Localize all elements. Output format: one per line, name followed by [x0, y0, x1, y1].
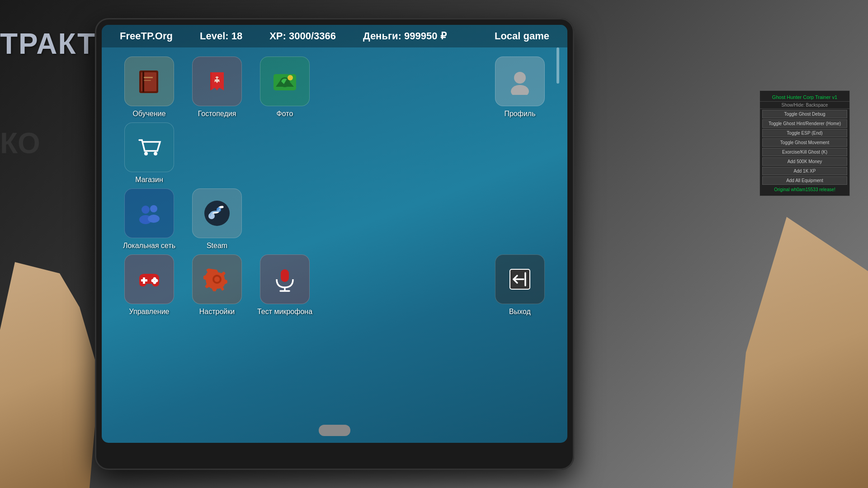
trainer-btn-equipment[interactable]: Add All Equipment	[762, 176, 847, 185]
trainer-btn-ghost-debug[interactable]: Toggle Ghost Debug	[762, 110, 847, 118]
app-magazin-label: Магазин	[135, 176, 163, 184]
app-row-1-left: Обучение	[120, 56, 314, 118]
app-nastroiki-label: Настройки	[199, 308, 235, 316]
app-upravlenie-label: Управление	[129, 308, 170, 316]
cart-icon	[136, 134, 163, 161]
photo-icon	[271, 68, 298, 95]
svg-point-6	[217, 78, 219, 80]
gamepad-icon	[136, 266, 163, 293]
app-gostopedia[interactable]: Гостопедия	[188, 56, 246, 118]
svg-point-12	[511, 85, 529, 95]
app-obuchenie[interactable]: Обучение	[120, 56, 179, 118]
svg-point-26	[151, 279, 155, 282]
svg-point-17	[150, 205, 157, 212]
trainer-btn-xp[interactable]: Add 1K XP	[762, 167, 847, 175]
svg-point-15	[142, 206, 150, 214]
ghost-book-icon	[203, 68, 231, 95]
app-row-1: Обучение	[120, 56, 549, 118]
trainer-btn-money[interactable]: Add 500K Money	[762, 157, 847, 166]
app-row-4: Управление Настройки	[120, 254, 549, 316]
xp-label: XP: 3000/3366	[269, 30, 336, 42]
app-profile[interactable]: Профиль	[491, 56, 549, 118]
svg-rect-2	[142, 71, 144, 92]
svg-rect-30	[281, 269, 289, 282]
steam-icon	[203, 199, 231, 228]
app-profile-label: Профиль	[504, 110, 535, 118]
wall-text-top: ТРАКТ	[0, 27, 96, 61]
app-row-2: Магазин	[120, 122, 549, 184]
trainer-overlay: Ghost Hunter Corp Trainer v1 Show/Hide: …	[760, 90, 850, 196]
app-exit[interactable]: Выход	[491, 254, 549, 316]
app-row-3: Локальная сеть	[120, 188, 549, 250]
site-label: FreeTP.Org	[120, 30, 173, 42]
app-photo[interactable]: Фото	[255, 56, 314, 118]
app-steam[interactable]: Steam	[188, 188, 246, 250]
app-test-mic[interactable]: Тест микрофона	[255, 254, 314, 316]
status-bar: FreeTP.Org Level: 18 XP: 3000/3366 Деньг…	[102, 25, 567, 47]
users-icon	[136, 200, 163, 227]
trainer-footer: Original wh0am15533 release!	[760, 186, 849, 193]
app-local-net[interactable]: Локальная сеть	[120, 188, 179, 250]
svg-rect-4	[144, 80, 151, 81]
level-label: Level: 18	[200, 30, 242, 42]
app-steam-label: Steam	[207, 242, 227, 250]
svg-point-29	[214, 277, 220, 282]
trainer-subtitle: Show/Hide: Backspace	[760, 102, 849, 109]
wall-text-bottom: КО	[0, 127, 40, 160]
svg-point-27	[155, 279, 158, 282]
scroll-indicator[interactable]	[557, 47, 559, 84]
trainer-title: Ghost Hunter Corp Trainer v1	[760, 93, 849, 102]
home-button[interactable]	[319, 425, 350, 436]
app-upravlenie[interactable]: Управление	[120, 254, 179, 316]
trainer-btn-exorcise[interactable]: Exorcise/Kill Ghost (K)	[762, 148, 847, 156]
app-row-4-left: Управление Настройки	[120, 254, 314, 316]
svg-point-13	[144, 152, 148, 155]
trainer-btn-ghost-movement[interactable]: Toggle Ghost Movement	[762, 138, 847, 147]
book-icon	[136, 68, 163, 95]
app-magazin[interactable]: Магазин	[120, 122, 179, 184]
tablet-screen: FreeTP.Org Level: 18 XP: 3000/3366 Деньг…	[102, 25, 567, 443]
game-mode-label: Local game	[495, 30, 549, 42]
mic-icon	[271, 266, 298, 293]
svg-point-21	[208, 213, 215, 219]
trainer-btn-esp[interactable]: Toggle ESP (End)	[762, 129, 847, 137]
gear-icon	[203, 266, 231, 293]
app-obuchenie-label: Обучение	[132, 110, 165, 118]
svg-rect-23	[141, 279, 147, 282]
svg-point-18	[148, 215, 160, 223]
svg-point-5	[215, 78, 217, 80]
person-icon	[506, 68, 533, 95]
tablet: FreeTP.Org Level: 18 XP: 3000/3366 Деньг…	[95, 18, 574, 470]
money-label: Деньги: 999950 ₽	[363, 30, 447, 42]
app-photo-label: Фото	[277, 110, 293, 118]
svg-point-14	[154, 152, 157, 155]
svg-rect-3	[144, 77, 153, 78]
app-grid: Обучение	[102, 47, 567, 325]
svg-point-11	[514, 72, 526, 84]
app-nastroiki[interactable]: Настройки	[188, 254, 246, 316]
app-test-mic-label: Тест микрофона	[257, 308, 312, 316]
app-exit-label: Выход	[509, 308, 531, 316]
app-gostopedia-label: Гостопедия	[198, 110, 236, 118]
svg-point-10	[288, 75, 293, 80]
trainer-btn-ghost-hint[interactable]: Toggle Ghost Hint/Renderer (Home)	[762, 119, 847, 128]
exit-icon	[506, 266, 533, 293]
app-local-net-label: Локальная сеть	[123, 242, 175, 250]
